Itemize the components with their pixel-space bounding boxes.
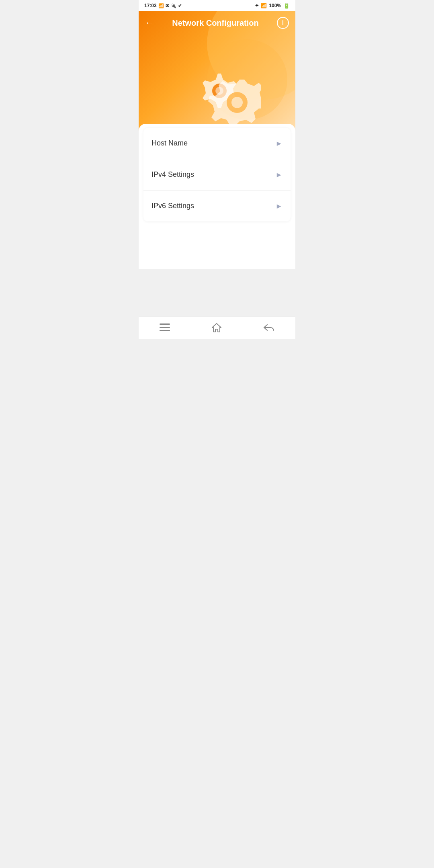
svg-point-3 bbox=[231, 97, 243, 108]
hero-section: ← Network Configuration i bbox=[139, 11, 295, 136]
menu-item-ipv4[interactable]: IPv4 Settings ► bbox=[143, 159, 291, 190]
ipv4-label: IPv4 Settings bbox=[151, 170, 194, 179]
info-button[interactable]: i bbox=[277, 17, 289, 29]
svg-marker-7 bbox=[212, 323, 221, 332]
menu-item-host-name[interactable]: Host Name ► bbox=[143, 128, 291, 159]
ipv6-label: IPv6 Settings bbox=[151, 202, 194, 210]
chevron-right-icon: ► bbox=[275, 203, 283, 210]
spacer bbox=[139, 269, 295, 317]
usb-icon: 🔌 bbox=[171, 3, 176, 8]
bottom-nav bbox=[139, 317, 295, 339]
status-right: ✦ 📶 100% 🔋 bbox=[255, 3, 290, 9]
status-time: 17:03 bbox=[144, 3, 157, 8]
top-bar: ← Network Configuration i bbox=[139, 11, 295, 32]
signal-icon: 📶 bbox=[158, 3, 164, 8]
menu-nav-button[interactable] bbox=[151, 320, 178, 335]
back-nav-button[interactable] bbox=[255, 320, 283, 335]
svg-rect-5 bbox=[160, 327, 170, 328]
menu-list: Host Name ► IPv4 Settings ► IPv6 Setting… bbox=[143, 128, 291, 221]
svg-rect-4 bbox=[160, 323, 170, 325]
page-title: Network Configuration bbox=[154, 18, 277, 28]
battery-icon: 🔋 bbox=[283, 3, 290, 9]
back-button[interactable]: ← bbox=[145, 18, 154, 27]
status-left: 17:03 📶 ✉ 🔌 ✔ bbox=[144, 3, 182, 8]
status-bar: 17:03 📶 ✉ 🔌 ✔ ✦ 📶 100% 🔋 bbox=[139, 0, 295, 11]
home-nav-button[interactable] bbox=[203, 319, 230, 336]
host-name-label: Host Name bbox=[151, 139, 188, 147]
bluetooth-icon: ✦ bbox=[255, 3, 259, 8]
hamburger-icon bbox=[160, 323, 170, 332]
wifi-icon: 📶 bbox=[261, 3, 267, 8]
chevron-right-icon: ► bbox=[275, 171, 283, 178]
chevron-right-icon: ► bbox=[275, 140, 283, 147]
card-panel: Host Name ► IPv4 Settings ► IPv6 Setting… bbox=[139, 124, 295, 269]
gear-illustration bbox=[139, 32, 295, 136]
home-icon bbox=[211, 322, 222, 333]
back-icon bbox=[263, 323, 274, 332]
battery-label: 100% bbox=[269, 3, 281, 8]
mail-icon: ✉ bbox=[166, 3, 169, 8]
menu-item-ipv6[interactable]: IPv6 Settings ► bbox=[143, 190, 291, 221]
svg-rect-6 bbox=[160, 330, 170, 331]
check-icon: ✔ bbox=[178, 3, 182, 8]
